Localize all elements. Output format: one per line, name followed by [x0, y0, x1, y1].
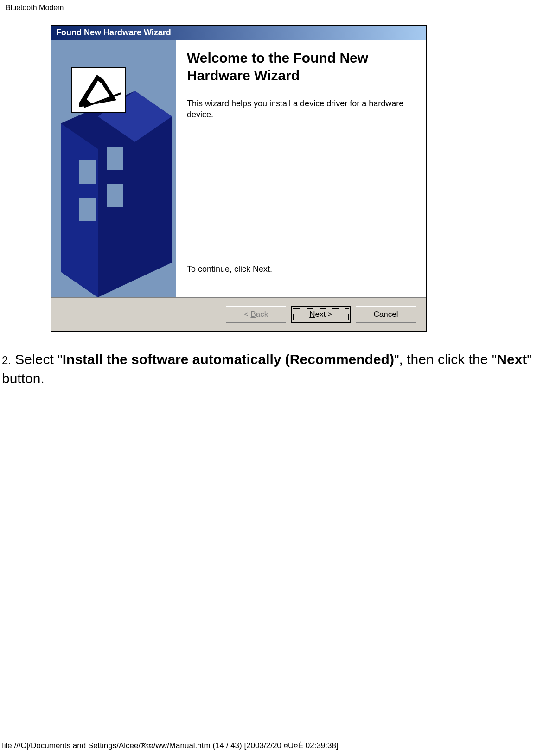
wizard-description: This wizard helps you install a device d…: [187, 98, 413, 121]
wizard-button-bar: < Back Next > Cancel: [51, 297, 426, 331]
wizard-main-panel: Welcome to the Found New Hardware Wizard…: [176, 40, 426, 297]
wizard-title-bar: Found New Hardware Wizard: [51, 26, 426, 40]
instruction-step-2: 2. Select "Install the software automati…: [0, 350, 537, 388]
hardware-icon: [51, 40, 176, 297]
wizard-body: Welcome to the Found New Hardware Wizard…: [51, 40, 426, 297]
back-button: < Back: [226, 306, 286, 323]
instruction-bold-2: Next: [497, 352, 527, 367]
svg-rect-4: [79, 160, 96, 184]
instruction-bold-1: Install the software automatically (Reco…: [63, 352, 394, 367]
wizard-continue-text: To continue, click Next.: [187, 264, 413, 288]
wizard-sidebar-image: [51, 40, 176, 297]
page-header: Bluetooth Modem: [0, 0, 537, 16]
cancel-button[interactable]: Cancel: [356, 306, 416, 323]
svg-rect-6: [107, 147, 123, 170]
wizard-window: Found New Hardware Wizard Welcome to: [51, 25, 427, 332]
step-number: 2.: [2, 354, 11, 366]
svg-rect-5: [79, 198, 96, 221]
footer-file-path: file:///C|/Documents and Settings/Alcee/…: [2, 741, 339, 750]
wizard-heading: Welcome to the Found New Hardware Wizard: [187, 49, 413, 84]
svg-rect-7: [107, 184, 123, 207]
next-button[interactable]: Next >: [291, 306, 351, 323]
instruction-mid: ", then click the ": [394, 352, 497, 367]
instruction-prefix: Select ": [11, 352, 63, 367]
